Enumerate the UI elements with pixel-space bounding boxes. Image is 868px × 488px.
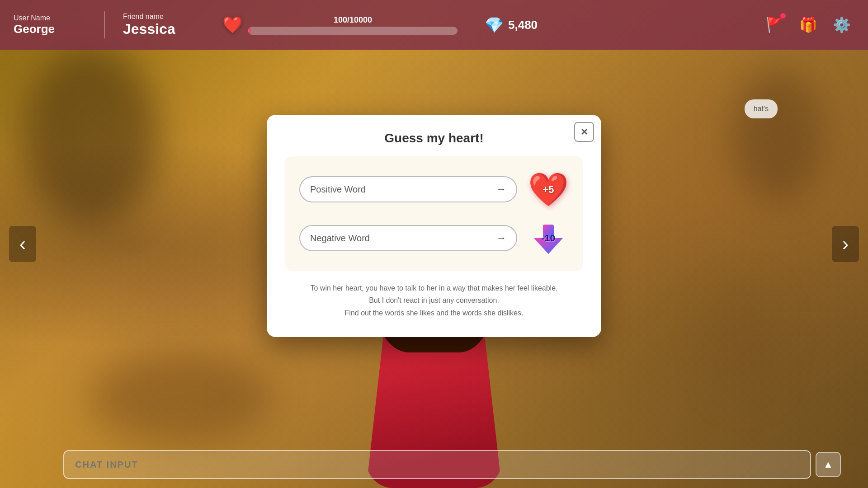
user-name-value: George — [14, 22, 86, 36]
right-arrow-icon: › — [842, 233, 849, 255]
nav-arrow-left[interactable]: ‹ — [9, 226, 36, 262]
bg-shape-1 — [23, 45, 158, 226]
nav-arrow-right[interactable]: › — [832, 226, 859, 262]
heart-progress-wrap: 100/10000 — [248, 15, 458, 35]
negative-word-arrow: → — [496, 232, 506, 244]
notification-dot — [780, 13, 786, 19]
user-info: User Name George — [14, 14, 86, 36]
positive-reward: ❤️ +5 — [528, 169, 569, 210]
positive-word-arrow: → — [496, 183, 506, 195]
currency-section: 💎 5,480 — [485, 16, 538, 34]
description-line2: But I don't react in just any conversati… — [285, 294, 583, 306]
bg-shape-3 — [90, 352, 271, 443]
gear-icon: ⚙️ — [833, 16, 851, 33]
negative-reward: -10 — [528, 218, 569, 258]
chat-bubble-text: hat's — [754, 105, 769, 113]
word-options-area: Positive Word → ❤️ +5 Negative Word → — [285, 156, 583, 271]
positive-word-button[interactable]: Positive Word → — [299, 176, 517, 202]
flag-icon: 🚩 — [766, 16, 784, 33]
modal-title: Guess my heart! — [285, 131, 583, 145]
settings-button[interactable]: ⚙️ — [829, 12, 854, 38]
friend-name-value: Jessica — [123, 21, 204, 38]
positive-word-row: Positive Word → ❤️ +5 — [299, 169, 569, 210]
positive-word-label: Positive Word — [310, 184, 366, 195]
diamond-icon: 💎 — [485, 16, 504, 34]
user-label: User Name — [14, 14, 86, 22]
header-divider — [104, 11, 105, 38]
negative-word-button[interactable]: Negative Word → — [299, 225, 517, 251]
header-bar: User Name George Friend name Jessica ❤️ … — [0, 0, 868, 50]
modal-close-button[interactable]: ✕ — [574, 122, 594, 142]
header-icons: 🚩 🎁 ⚙️ — [762, 12, 854, 38]
chat-send-button[interactable]: ▲ — [816, 452, 841, 477]
description-line1: To win her heart, you have to talk to he… — [285, 282, 583, 294]
friend-label: Friend name — [123, 13, 204, 21]
heart-progress-label: 100/10000 — [248, 15, 458, 25]
description-line3: Find out the words she likes and the wor… — [285, 307, 583, 319]
neg-reward-value: -10 — [542, 233, 555, 244]
send-icon: ▲ — [823, 459, 833, 470]
heart-reward-value: +5 — [542, 184, 554, 196]
chat-bar: ▲ — [63, 450, 841, 479]
bg-shape-2 — [732, 68, 823, 203]
flag-button[interactable]: 🚩 — [762, 12, 788, 38]
close-icon: ✕ — [580, 127, 588, 137]
chat-bubble: hat's — [745, 99, 778, 118]
heart-icon: ❤️ — [222, 15, 243, 34]
friend-info: Friend name Jessica — [123, 13, 204, 38]
modal-description: To win her heart, you have to talk to he… — [285, 282, 583, 319]
gift-button[interactable]: 🎁 — [796, 12, 821, 38]
gift-icon: 🎁 — [799, 16, 817, 33]
heart-bar-section: ❤️ 100/10000 — [222, 15, 458, 35]
left-arrow-icon: ‹ — [19, 233, 26, 255]
heart-progress-fill — [248, 27, 250, 35]
currency-value: 5,480 — [508, 18, 538, 32]
modal-dialog: Guess my heart! ✕ Positive Word → ❤️ +5 — [267, 115, 601, 337]
bg-shape-4 — [710, 285, 778, 398]
heart-progress-bar — [248, 27, 458, 35]
chat-input[interactable] — [63, 450, 811, 479]
negative-word-row: Negative Word → — [299, 218, 569, 258]
negative-word-label: Negative Word — [310, 233, 370, 244]
